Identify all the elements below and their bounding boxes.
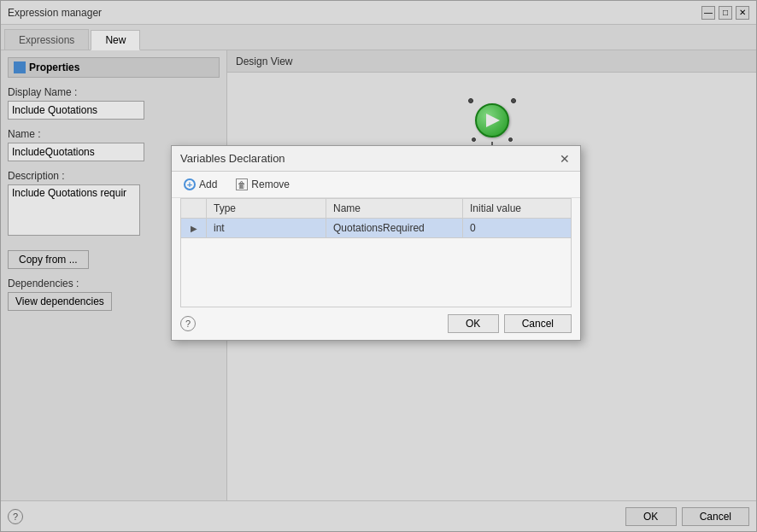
dialog-cancel-button[interactable]: Cancel bbox=[504, 314, 572, 333]
dialog-toolbar: + Add 🗑 Remove bbox=[172, 172, 580, 198]
dialog-close-button[interactable]: ✕ bbox=[558, 152, 572, 166]
row-type: int bbox=[207, 219, 326, 237]
dialog-ok-button[interactable]: OK bbox=[448, 314, 499, 333]
dialog-title-bar: Variables Declaration ✕ bbox=[172, 146, 580, 172]
dialog-footer: ? OK Cancel bbox=[172, 307, 580, 340]
add-icon: + bbox=[184, 178, 196, 190]
table-row[interactable]: ▶ int QuotationsRequired 0 bbox=[181, 219, 571, 238]
col-header-type: Type bbox=[207, 199, 326, 218]
dialog-ok-cancel-group: OK Cancel bbox=[448, 314, 572, 333]
variables-declaration-dialog: Variables Declaration ✕ + Add 🗑 Remove T… bbox=[171, 145, 581, 341]
col-header-name: Name bbox=[326, 199, 463, 218]
table-header: Type Name Initial value bbox=[181, 199, 571, 219]
col-header-arrow bbox=[181, 199, 207, 218]
add-button[interactable]: + Add bbox=[180, 177, 220, 192]
table-empty-area bbox=[181, 238, 571, 307]
row-initial-value: 0 bbox=[463, 219, 574, 237]
col-header-initial-value: Initial value bbox=[463, 199, 574, 218]
row-arrow: ▶ bbox=[181, 219, 207, 237]
dialog-help-icon[interactable]: ? bbox=[180, 316, 196, 331]
dialog-overlay: Variables Declaration ✕ + Add 🗑 Remove T… bbox=[0, 0, 757, 532]
dialog-title: Variables Declaration bbox=[180, 152, 285, 165]
variables-table: Type Name Initial value ▶ int Quotations… bbox=[180, 198, 572, 307]
row-name: QuotationsRequired bbox=[326, 219, 463, 237]
remove-button[interactable]: 🗑 Remove bbox=[232, 177, 293, 192]
remove-icon: 🗑 bbox=[236, 178, 248, 190]
